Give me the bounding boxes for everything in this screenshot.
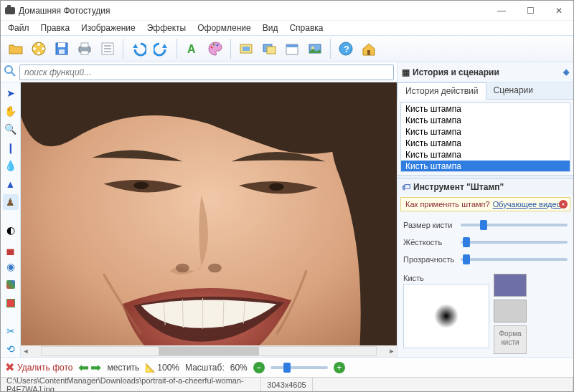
zoom-out-icon[interactable]: − bbox=[253, 362, 265, 373]
calendar-icon[interactable] bbox=[281, 38, 303, 59]
tab-history[interactable]: История действий bbox=[397, 82, 486, 100]
svg-point-36 bbox=[269, 183, 284, 191]
home-icon[interactable] bbox=[358, 38, 380, 59]
history-item[interactable]: Кисть штампа bbox=[401, 149, 570, 161]
color-swatch-primary[interactable] bbox=[494, 274, 527, 297]
brush-preview[interactable] bbox=[403, 284, 489, 348]
zoom-tool-icon[interactable]: 🔍 bbox=[3, 122, 19, 137]
rotate-tool-icon[interactable]: ⟲ bbox=[3, 342, 19, 357]
brush-size-label: Размер кисти bbox=[403, 221, 461, 229]
next-image-icon[interactable]: ➡ bbox=[90, 360, 101, 376]
svg-point-38 bbox=[208, 264, 222, 273]
svg-text:?: ? bbox=[344, 44, 349, 54]
prev-image-icon[interactable]: ⬅ bbox=[78, 360, 89, 376]
svg-point-32 bbox=[5, 66, 12, 73]
history-item[interactable]: Кисть штампа bbox=[401, 115, 570, 126]
fill-tool-icon[interactable]: ▲ bbox=[3, 176, 19, 191]
horizontal-scrollbar[interactable]: ◄ ► bbox=[21, 345, 397, 357]
open-folder-icon[interactable] bbox=[5, 38, 27, 59]
pointer-tool-icon[interactable]: ➤ bbox=[3, 85, 19, 100]
color-tool-icon[interactable] bbox=[3, 277, 19, 292]
overlay-icon[interactable] bbox=[258, 38, 280, 59]
cards-icon[interactable] bbox=[304, 38, 326, 59]
svg-rect-22 bbox=[267, 47, 276, 54]
right-panel-title: История и сценарии bbox=[413, 67, 499, 77]
history-item[interactable]: Кисть штампа bbox=[401, 138, 570, 149]
svg-rect-20 bbox=[243, 47, 250, 51]
svg-line-33 bbox=[11, 72, 15, 76]
titlebar: Домашняя Фотостудия — ☐ ✕ bbox=[1, 1, 573, 21]
opacity-slider[interactable] bbox=[461, 258, 568, 261]
redo-icon[interactable] bbox=[151, 38, 172, 59]
close-button[interactable]: ✕ bbox=[545, 1, 573, 21]
search-icon bbox=[4, 64, 17, 80]
contrast-tool-icon[interactable]: ◐ bbox=[3, 222, 19, 237]
hand-tool-icon[interactable]: ✋ bbox=[3, 103, 19, 118]
menu-decor[interactable]: Оформление bbox=[193, 21, 255, 34]
menu-effects[interactable]: Эффекты bbox=[143, 21, 191, 34]
brush-preview-label: Кисть bbox=[403, 274, 489, 282]
stamp-icon: 🏷 bbox=[402, 182, 410, 192]
text-tool-icon[interactable]: A bbox=[182, 38, 203, 59]
statusbar: C:\Users\ContentManager\Downloads\portra… bbox=[1, 377, 573, 391]
curves-tool-icon[interactable]: ◉ bbox=[3, 259, 19, 274]
right-panel-header: ▦ История и сценарии ◈ bbox=[397, 62, 573, 82]
hardness-slider[interactable] bbox=[461, 241, 568, 244]
menu-edit[interactable]: Правка bbox=[37, 21, 75, 34]
maximize-button[interactable]: ☐ bbox=[516, 1, 545, 21]
delete-photo-label: Удалить фото bbox=[17, 363, 72, 373]
palette-icon[interactable] bbox=[204, 38, 226, 59]
brush-size-slider[interactable] bbox=[461, 224, 568, 226]
opacity-label: Прозрачность bbox=[403, 255, 461, 264]
hsl-tool-icon[interactable] bbox=[3, 295, 19, 310]
hardness-label: Жёсткость bbox=[403, 238, 461, 247]
bottom-bar: ✖ Удалить фото ⬅ ➡ местить 📐100% Масштаб… bbox=[1, 357, 573, 377]
menu-view[interactable]: Вид bbox=[258, 21, 283, 34]
color-swatch-secondary[interactable] bbox=[494, 300, 527, 322]
brush-tool-icon[interactable]: ❙ bbox=[3, 140, 19, 155]
tool-header: 🏷 Инструмент "Штамп" bbox=[397, 179, 573, 195]
svg-point-37 bbox=[176, 264, 189, 273]
svg-point-35 bbox=[133, 181, 149, 188]
film-reel-icon[interactable] bbox=[28, 38, 50, 59]
zoom-slider[interactable] bbox=[270, 366, 328, 369]
history-item[interactable]: Кисть штампа bbox=[401, 103, 570, 115]
drop-tool-icon[interactable]: 💧 bbox=[3, 158, 19, 173]
scale-label: Масштаб: bbox=[185, 363, 225, 373]
menu-file[interactable]: Файл bbox=[4, 21, 34, 34]
undo-icon[interactable] bbox=[128, 38, 149, 59]
fit-button[interactable]: местить bbox=[107, 363, 139, 373]
delete-photo-button[interactable]: ✖ Удалить фото bbox=[5, 360, 72, 374]
print-icon[interactable] bbox=[74, 38, 95, 59]
delete-icon: ✖ bbox=[5, 360, 14, 374]
image-canvas[interactable] bbox=[21, 82, 397, 345]
pin-icon[interactable]: ◈ bbox=[563, 67, 569, 77]
save-icon[interactable] bbox=[51, 38, 72, 59]
help-icon[interactable]: ? bbox=[335, 38, 357, 59]
tab-scenarios[interactable]: Сценарии bbox=[486, 82, 540, 99]
history-list[interactable]: Кисть штампаКисть штампаКисть штампаКист… bbox=[400, 102, 570, 172]
menu-help[interactable]: Справка bbox=[285, 21, 327, 34]
stamp-tool-icon[interactable]: ♟ bbox=[3, 194, 19, 209]
minimize-button[interactable]: — bbox=[487, 1, 516, 21]
svg-rect-31 bbox=[367, 50, 370, 55]
svg-rect-6 bbox=[58, 43, 65, 47]
zoom-100-button[interactable]: 📐100% bbox=[145, 363, 179, 373]
zoom-in-icon[interactable]: + bbox=[334, 362, 345, 373]
menu-image[interactable]: Изображение bbox=[77, 21, 140, 34]
help-video-link[interactable]: Обучающее видео bbox=[493, 200, 561, 209]
brush-shape-button[interactable]: Форма кисти bbox=[494, 325, 527, 354]
search-input[interactable] bbox=[19, 64, 394, 80]
history-item[interactable]: Кисть штампа bbox=[401, 126, 570, 138]
svg-rect-24 bbox=[286, 44, 298, 47]
svg-point-3 bbox=[33, 47, 36, 50]
help-close-icon[interactable]: × bbox=[559, 200, 568, 209]
crop-tool-icon[interactable]: ✂ bbox=[3, 323, 19, 338]
main-toolbar: A ? bbox=[1, 35, 573, 62]
properties-icon[interactable] bbox=[97, 38, 118, 59]
svg-rect-10 bbox=[81, 51, 88, 54]
frames-icon[interactable] bbox=[235, 38, 257, 59]
levels-tool-icon[interactable]: ▄ bbox=[3, 241, 19, 256]
app-icon bbox=[5, 7, 15, 14]
history-item[interactable]: Кисть штампа bbox=[401, 161, 570, 172]
